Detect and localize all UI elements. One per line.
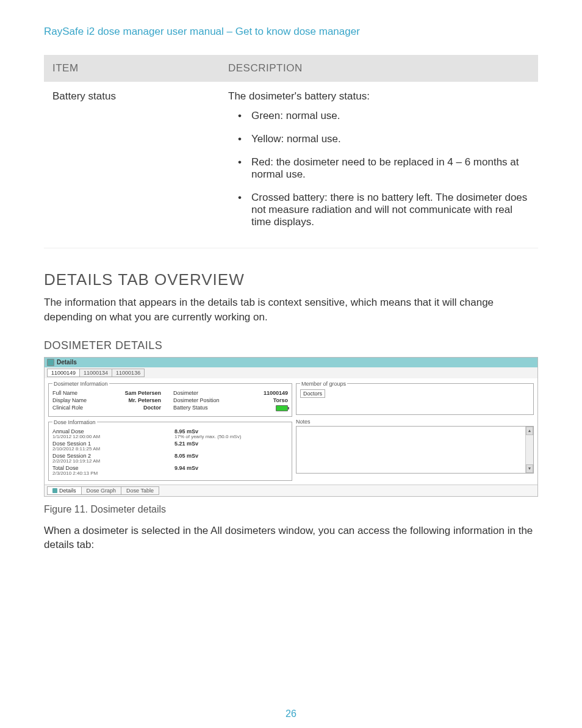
subsection-title: DOSIMETER DETAILS [44,339,538,352]
dose-extra: 17% of yearly max. (50.0 mSv) [150,434,288,439]
bullet: Crossed battery: there is no battery lef… [233,192,530,239]
details-tab-icon [52,488,57,493]
dose-timestamp: 2/2/2012 10:19:12 AM [52,458,150,464]
field-label: Full Name [52,390,107,396]
description-intro: The dosimeter's battery status: [228,90,530,103]
bullet: Yellow: normal use. [233,133,530,156]
dose-info-group: Dose Information Annual Dose 1/1/2012 12… [48,419,292,481]
dose-value: 8.05 mSv [150,453,288,464]
groups-fieldset: Member of groups Doctors [296,381,534,415]
col-header-description: DESCRIPTION [220,55,538,82]
field-label: Clinical Role [52,405,107,412]
top-tab-row: 11000149 11000134 11000136 [45,367,537,378]
dosimeter-info-group: Dosimeter Information Full Name Sam Pete… [48,381,292,417]
bottom-tab-label: Details [59,488,76,494]
bottom-tab-dose-table[interactable]: Dose Table [121,486,159,495]
scroll-up-icon[interactable]: ▲ [526,427,533,435]
field-label: Dosimeter [166,390,240,396]
page-number: 26 [0,708,582,719]
section-title: DETAILS TAB OVERVIEW [44,270,538,289]
dosimeter-info-legend: Dosimeter Information [52,381,109,387]
field-label: Display Name [52,397,107,403]
panel-titlebar: Details [45,358,537,367]
panel-title: Details [57,359,77,366]
scrollbar[interactable]: ▲ ▼ [525,427,533,473]
breadcrumb: RaySafe i2 dose manager user manual – Ge… [44,26,538,38]
table-row: Battery status The dosimeter's battery s… [44,82,538,248]
dose-value: 5.21 mSv [150,441,288,452]
scroll-down-icon[interactable]: ▼ [526,464,533,473]
notes-textarea[interactable]: ▲ ▼ [296,426,534,474]
tab-dosimeter-1[interactable]: 11000149 [47,369,80,377]
field-label: Battery Status [166,405,240,412]
notes-label: Notes [296,419,534,425]
tab-dosimeter-3[interactable]: 11000136 [112,369,145,377]
dose-timestamp: 2/10/2012 8:11:25 AM [52,446,150,452]
field-label: Dosimeter Position [166,397,240,403]
bottom-tab-dose-graph[interactable]: Dose Graph [81,486,122,495]
following-text: When a dosimeter is selected in the All … [44,524,538,553]
dose-timestamp: 2/3/2010 2:40:13 PM [52,470,150,476]
field-value: 11000149 [245,390,288,396]
dose-timestamp: 1/1/2012 12:00:00 AM [52,434,150,439]
panel-icon [47,359,54,366]
bottom-tab-details[interactable]: Details [47,486,82,495]
bottom-tab-row: Details Dose Graph Dose Table [45,485,537,496]
section-intro: The information that appears in the deta… [44,295,538,325]
battery-status-value [245,405,288,412]
groups-legend: Member of groups [300,381,347,387]
figure-caption: Figure 11. Dosimeter details [44,504,538,515]
dose-value: 9.94 mSv [150,465,288,476]
field-value: Sam Petersen [112,390,161,396]
field-value: Mr. Petersen [112,397,161,403]
tab-dosimeter-2[interactable]: 11000134 [79,369,112,377]
details-panel: Details 11000149 11000134 11000136 Dosim… [44,357,538,497]
item-cell: Battery status [44,82,220,248]
col-header-item: ITEM [44,55,220,82]
dose-info-legend: Dose Information [52,419,97,425]
battery-icon [276,405,288,411]
group-chip[interactable]: Doctors [300,389,325,398]
bullet: Red: the dosimeter need to be replaced i… [233,156,530,192]
description-cell: The dosimeter's battery status: Green: n… [220,82,538,248]
field-value: Torso [245,397,288,403]
bullet: Green: normal use. [233,110,530,133]
description-table: ITEM DESCRIPTION Battery status The dosi… [44,55,538,248]
field-value: Doctor [112,405,161,412]
